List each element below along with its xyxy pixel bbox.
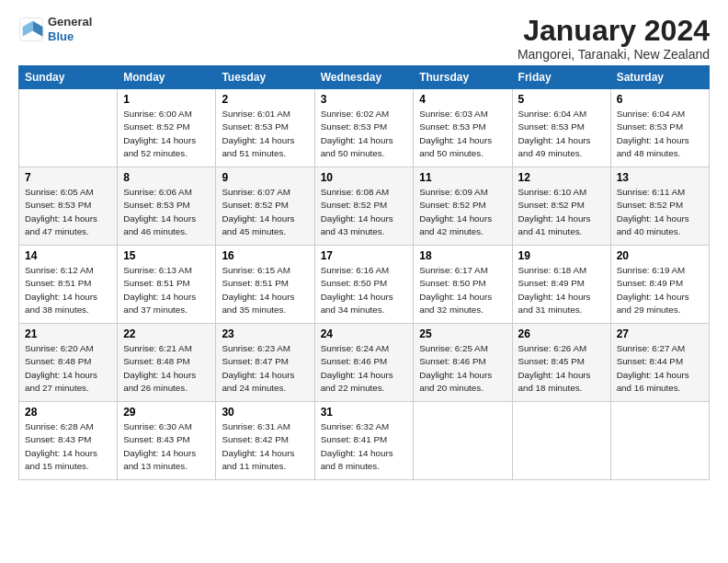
day-info: Sunrise: 6:23 AM Sunset: 8:47 PM Dayligh…: [222, 342, 308, 395]
day-info: Sunrise: 6:21 AM Sunset: 8:48 PM Dayligh…: [123, 342, 210, 395]
calendar-cell: 19Sunrise: 6:18 AM Sunset: 8:49 PM Dayli…: [512, 246, 610, 324]
col-sunday: Sunday: [19, 66, 118, 89]
calendar-header-row: Sunday Monday Tuesday Wednesday Thursday…: [19, 66, 710, 89]
day-number: 4: [419, 93, 506, 106]
day-number: 19: [518, 249, 605, 262]
day-number: 26: [518, 327, 605, 340]
day-number: 30: [222, 406, 308, 419]
header: General Blue January 2024 Mangorei, Tara…: [18, 15, 710, 62]
calendar-week-row: 28Sunrise: 6:28 AM Sunset: 8:43 PM Dayli…: [19, 402, 710, 480]
main-title: January 2024: [518, 15, 710, 47]
day-info: Sunrise: 6:20 AM Sunset: 8:48 PM Dayligh…: [25, 342, 111, 395]
calendar-cell: [414, 402, 512, 480]
calendar-cell: 29Sunrise: 6:30 AM Sunset: 8:43 PM Dayli…: [118, 402, 216, 480]
calendar-cell: 2Sunrise: 6:01 AM Sunset: 8:53 PM Daylig…: [216, 89, 314, 167]
day-number: 5: [518, 93, 605, 106]
calendar-cell: 1Sunrise: 6:00 AM Sunset: 8:52 PM Daylig…: [118, 89, 216, 167]
calendar-week-row: 21Sunrise: 6:20 AM Sunset: 8:48 PM Dayli…: [19, 324, 710, 402]
day-info: Sunrise: 6:04 AM Sunset: 8:53 PM Dayligh…: [518, 108, 605, 160]
calendar-cell: 7Sunrise: 6:05 AM Sunset: 8:53 PM Daylig…: [19, 167, 118, 246]
calendar-cell: 4Sunrise: 6:03 AM Sunset: 8:53 PM Daylig…: [414, 89, 512, 167]
calendar-cell: 16Sunrise: 6:15 AM Sunset: 8:51 PM Dayli…: [216, 246, 314, 324]
day-number: 13: [617, 171, 703, 184]
day-info: Sunrise: 6:13 AM Sunset: 8:51 PM Dayligh…: [123, 264, 210, 316]
day-info: Sunrise: 6:06 AM Sunset: 8:53 PM Dayligh…: [123, 186, 210, 238]
day-info: Sunrise: 6:30 AM Sunset: 8:43 PM Dayligh…: [123, 420, 210, 473]
calendar-cell: 22Sunrise: 6:21 AM Sunset: 8:48 PM Dayli…: [118, 324, 216, 402]
calendar-cell: [610, 402, 709, 480]
day-info: Sunrise: 6:19 AM Sunset: 8:49 PM Dayligh…: [617, 264, 703, 316]
logo: General Blue: [18, 15, 92, 43]
day-info: Sunrise: 6:09 AM Sunset: 8:52 PM Dayligh…: [419, 186, 506, 238]
calendar-cell: 10Sunrise: 6:08 AM Sunset: 8:52 PM Dayli…: [314, 167, 414, 246]
day-info: Sunrise: 6:02 AM Sunset: 8:53 PM Dayligh…: [321, 108, 408, 160]
calendar-cell: 25Sunrise: 6:25 AM Sunset: 8:46 PM Dayli…: [414, 324, 512, 402]
day-number: 8: [123, 171, 210, 184]
calendar-cell: 15Sunrise: 6:13 AM Sunset: 8:51 PM Dayli…: [118, 246, 216, 324]
day-info: Sunrise: 6:24 AM Sunset: 8:46 PM Dayligh…: [321, 342, 408, 395]
calendar-cell: 8Sunrise: 6:06 AM Sunset: 8:53 PM Daylig…: [118, 167, 216, 246]
day-number: 31: [321, 406, 408, 419]
day-info: Sunrise: 6:11 AM Sunset: 8:52 PM Dayligh…: [617, 186, 703, 238]
day-number: 14: [25, 249, 111, 262]
day-number: 2: [222, 93, 308, 106]
logo-text: General Blue: [48, 15, 92, 43]
calendar-week-row: 14Sunrise: 6:12 AM Sunset: 8:51 PM Dayli…: [19, 246, 710, 324]
day-info: Sunrise: 6:15 AM Sunset: 8:51 PM Dayligh…: [222, 264, 308, 316]
page-container: General Blue January 2024 Mangorei, Tara…: [0, 0, 728, 489]
calendar-cell: 13Sunrise: 6:11 AM Sunset: 8:52 PM Dayli…: [610, 167, 709, 246]
day-number: 28: [25, 406, 111, 419]
day-number: 1: [123, 93, 210, 106]
day-number: 6: [617, 93, 703, 106]
day-info: Sunrise: 6:18 AM Sunset: 8:49 PM Dayligh…: [518, 264, 605, 316]
day-number: 22: [123, 327, 210, 340]
day-info: Sunrise: 6:31 AM Sunset: 8:42 PM Dayligh…: [222, 420, 308, 473]
day-number: 18: [419, 249, 506, 262]
day-info: Sunrise: 6:28 AM Sunset: 8:43 PM Dayligh…: [25, 420, 111, 473]
day-info: Sunrise: 6:05 AM Sunset: 8:53 PM Dayligh…: [25, 186, 111, 238]
col-tuesday: Tuesday: [216, 66, 314, 89]
calendar-cell: 20Sunrise: 6:19 AM Sunset: 8:49 PM Dayli…: [610, 246, 709, 324]
calendar-cell: 31Sunrise: 6:32 AM Sunset: 8:41 PM Dayli…: [314, 402, 414, 480]
day-number: 16: [222, 249, 308, 262]
day-info: Sunrise: 6:25 AM Sunset: 8:46 PM Dayligh…: [419, 342, 506, 395]
day-info: Sunrise: 6:07 AM Sunset: 8:52 PM Dayligh…: [222, 186, 308, 238]
col-thursday: Thursday: [414, 66, 512, 89]
day-number: 3: [321, 93, 408, 106]
day-number: 27: [617, 327, 703, 340]
col-friday: Friday: [512, 66, 610, 89]
calendar-cell: 17Sunrise: 6:16 AM Sunset: 8:50 PM Dayli…: [314, 246, 414, 324]
day-number: 21: [25, 327, 111, 340]
calendar-cell: 26Sunrise: 6:26 AM Sunset: 8:45 PM Dayli…: [512, 324, 610, 402]
calendar-cell: 11Sunrise: 6:09 AM Sunset: 8:52 PM Dayli…: [414, 167, 512, 246]
calendar-cell: [19, 89, 118, 167]
calendar-table: Sunday Monday Tuesday Wednesday Thursday…: [18, 65, 710, 480]
day-number: 11: [419, 171, 506, 184]
day-info: Sunrise: 6:17 AM Sunset: 8:50 PM Dayligh…: [419, 264, 506, 316]
day-number: 24: [321, 327, 408, 340]
day-info: Sunrise: 6:12 AM Sunset: 8:51 PM Dayligh…: [25, 264, 111, 316]
calendar-cell: 9Sunrise: 6:07 AM Sunset: 8:52 PM Daylig…: [216, 167, 314, 246]
col-saturday: Saturday: [610, 66, 709, 89]
day-info: Sunrise: 6:08 AM Sunset: 8:52 PM Dayligh…: [321, 186, 408, 238]
calendar-cell: 12Sunrise: 6:10 AM Sunset: 8:52 PM Dayli…: [512, 167, 610, 246]
calendar-cell: 14Sunrise: 6:12 AM Sunset: 8:51 PM Dayli…: [19, 246, 118, 324]
day-number: 17: [321, 249, 408, 262]
calendar-cell: 6Sunrise: 6:04 AM Sunset: 8:53 PM Daylig…: [610, 89, 709, 167]
calendar-cell: 23Sunrise: 6:23 AM Sunset: 8:47 PM Dayli…: [216, 324, 314, 402]
day-info: Sunrise: 6:04 AM Sunset: 8:53 PM Dayligh…: [617, 108, 703, 160]
logo-blue-text: Blue: [48, 29, 92, 44]
calendar-cell: 3Sunrise: 6:02 AM Sunset: 8:53 PM Daylig…: [314, 89, 414, 167]
day-number: 20: [617, 249, 703, 262]
day-info: Sunrise: 6:26 AM Sunset: 8:45 PM Dayligh…: [518, 342, 605, 395]
calendar-cell: 28Sunrise: 6:28 AM Sunset: 8:43 PM Dayli…: [19, 402, 118, 480]
day-number: 15: [123, 249, 210, 262]
calendar-cell: [512, 402, 610, 480]
day-number: 7: [25, 171, 111, 184]
calendar-week-row: 7Sunrise: 6:05 AM Sunset: 8:53 PM Daylig…: [19, 167, 710, 246]
day-info: Sunrise: 6:16 AM Sunset: 8:50 PM Dayligh…: [321, 264, 408, 316]
calendar-cell: 27Sunrise: 6:27 AM Sunset: 8:44 PM Dayli…: [610, 324, 709, 402]
day-info: Sunrise: 6:00 AM Sunset: 8:52 PM Dayligh…: [123, 108, 210, 160]
calendar-cell: 18Sunrise: 6:17 AM Sunset: 8:50 PM Dayli…: [414, 246, 512, 324]
title-block: January 2024 Mangorei, Taranaki, New Zea…: [518, 15, 710, 62]
